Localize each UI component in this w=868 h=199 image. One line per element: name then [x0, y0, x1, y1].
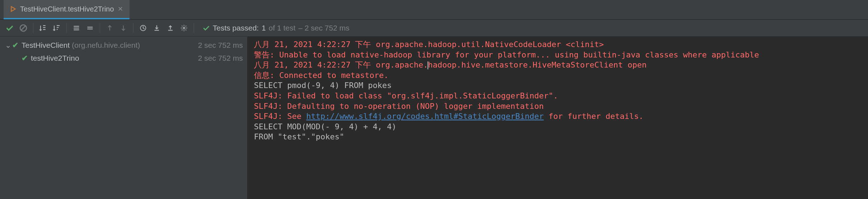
console-line: FROM "test"."pokes" — [254, 132, 344, 141]
toolbar-separator — [66, 23, 67, 33]
chevron-down-icon[interactable]: ⌄ — [4, 41, 12, 50]
test-class-name: TestHiveClient — [22, 41, 70, 50]
expand-all-icon[interactable] — [70, 22, 82, 34]
console-line: SELECT MOD(MOD(- 9, 4) + 4, 4) — [254, 122, 396, 131]
test-toolbar: Tests passed: 1 of 1 test – 2 sec 752 ms — [0, 20, 868, 37]
collapse-all-icon[interactable] — [84, 22, 96, 34]
test-method-name: testHive2Trino — [31, 54, 79, 63]
test-method-duration: 2 sec 752 ms — [198, 54, 243, 63]
test-summary: Tests passed: 1 of 1 test – 2 sec 752 ms — [203, 24, 349, 32]
console-line: SLF4J: See http://www.slf4j.org/codes.ht… — [254, 112, 643, 121]
svg-point-4 — [183, 27, 185, 29]
toolbar-separator — [100, 23, 100, 33]
test-history-icon[interactable] — [137, 22, 149, 34]
toolbar-separator — [133, 23, 133, 33]
toolbar-separator — [194, 23, 194, 33]
summary-prefix: Tests passed: — [213, 24, 259, 32]
svg-marker-0 — [11, 6, 15, 11]
prev-failed-icon[interactable] — [104, 22, 116, 34]
show-ignored-icon[interactable] — [17, 22, 29, 34]
next-failed-icon[interactable] — [117, 22, 129, 34]
check-icon: ✔ — [12, 41, 19, 50]
console-line: SLF4J: Failed to load class "org.slf4j.i… — [254, 91, 558, 100]
settings-icon[interactable] — [178, 22, 190, 34]
test-class-package: (org.nefu.hive.client) — [72, 41, 140, 50]
editor-tab-title: TestHiveClient.testHive2Trino — [20, 5, 114, 13]
editor-tab[interactable]: TestHiveClient.testHive2Trino ✕ — [4, 0, 129, 19]
test-class-duration: 2 sec 752 ms — [198, 41, 243, 50]
sort-duration-icon[interactable] — [51, 22, 63, 34]
svg-line-2 — [21, 26, 25, 30]
export-tests-icon[interactable] — [164, 22, 176, 34]
toolbar-separator — [33, 23, 33, 33]
summary-time: – 2 sec 752 ms — [298, 24, 349, 32]
console-line: 八月 21, 2021 4:22:27 下午 org.apache.hadoop… — [254, 60, 647, 69]
test-tree-root[interactable]: ⌄ ✔ TestHiveClient (org.nefu.hive.client… — [0, 39, 247, 52]
summary-total: of 1 test — [269, 24, 296, 32]
console-line: 八月 21, 2021 4:22:27 下午 org.apache.hadoop… — [254, 40, 604, 49]
test-tree-item[interactable]: ✔ testHive2Trino 2 sec 752 ms — [0, 52, 247, 65]
console-line: 警告: Unable to load native-hadoop library… — [254, 50, 759, 59]
editor-tab-bar: TestHiveClient.testHive2Trino ✕ — [0, 0, 868, 20]
summary-count: 1 — [261, 24, 266, 32]
console-line: SELECT pmod(-9, 4) FROM pokes — [254, 81, 392, 90]
close-icon[interactable]: ✕ — [118, 5, 123, 13]
check-icon — [203, 24, 210, 32]
run-config-icon — [10, 6, 16, 12]
console-output[interactable]: 八月 21, 2021 4:22:27 下午 org.apache.hadoop… — [247, 37, 868, 199]
test-tree: ⌄ ✔ TestHiveClient (org.nefu.hive.client… — [0, 37, 247, 199]
sort-alpha-icon[interactable] — [37, 22, 49, 34]
check-icon: ✔ — [22, 54, 28, 63]
show-passed-icon[interactable] — [4, 22, 16, 34]
import-tests-icon[interactable] — [151, 22, 163, 34]
console-line: 信息: Connected to metastore. — [254, 71, 388, 80]
console-line: SLF4J: Defaulting to no-operation (NOP) … — [254, 102, 544, 111]
console-link[interactable]: http://www.slf4j.org/codes.html#StaticLo… — [306, 112, 544, 121]
